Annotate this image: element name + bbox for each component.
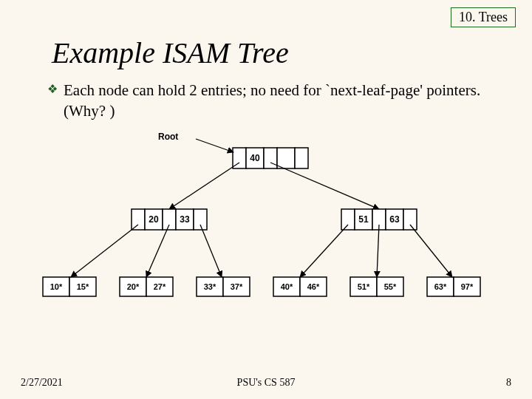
svg-text:33*: 33* (204, 282, 216, 291)
slide-title: Example ISAM Tree (52, 35, 289, 70)
index-left: 20 33 (132, 209, 207, 230)
svg-line-51 (410, 225, 452, 277)
svg-text:40*: 40* (281, 282, 293, 291)
svg-line-46 (71, 225, 138, 277)
svg-rect-8 (132, 209, 145, 230)
root-key-0: 40 (250, 153, 260, 163)
svg-line-49 (300, 225, 348, 277)
svg-text:51*: 51* (358, 282, 370, 291)
footer-page: 8 (506, 377, 511, 389)
svg-text:20*: 20* (127, 282, 140, 291)
svg-rect-19 (403, 209, 417, 230)
svg-line-7 (196, 139, 233, 152)
svg-text:33: 33 (180, 214, 190, 225)
svg-text:46*: 46* (307, 282, 320, 291)
svg-rect-4 (295, 148, 308, 168)
leaf-0: 10* 15* (43, 277, 96, 296)
svg-text:27*: 27* (154, 282, 166, 291)
svg-text:97*: 97* (461, 282, 474, 291)
svg-rect-2 (264, 148, 277, 168)
leaf-3: 40* 46* (273, 277, 327, 296)
chapter-tag: 10. Trees (451, 7, 516, 27)
svg-line-6 (270, 163, 379, 209)
svg-rect-12 (194, 209, 207, 230)
svg-line-47 (146, 225, 169, 277)
svg-text:55*: 55* (384, 282, 397, 291)
svg-text:63: 63 (389, 214, 400, 225)
leaf-5: 63* 97* (427, 277, 480, 296)
leaf-4: 51* 55* (350, 277, 403, 296)
svg-text:20: 20 (149, 214, 159, 225)
svg-line-50 (377, 225, 379, 277)
bullet-item: ❖ Each node can hold 2 entries; no need … (64, 80, 502, 122)
svg-text:37*: 37* (231, 282, 243, 291)
isam-tree-diagram: 40 20 33 51 63 10* 15* 20* 27* (0, 126, 532, 318)
svg-rect-10 (163, 209, 176, 230)
footer-course: PSU's CS 587 (0, 377, 532, 389)
diamond-bullet-icon: ❖ (47, 81, 58, 98)
svg-rect-3 (277, 148, 295, 168)
svg-line-48 (200, 225, 222, 277)
leaf-1: 20* 27* (120, 277, 173, 296)
svg-text:15*: 15* (77, 282, 89, 291)
svg-text:10*: 10* (50, 282, 63, 291)
svg-rect-15 (341, 209, 355, 230)
bullet-text: Each node can hold 2 entries; no need fo… (64, 81, 480, 120)
svg-text:63*: 63* (434, 282, 447, 291)
svg-line-5 (169, 163, 239, 209)
root-node: 40 (233, 148, 308, 168)
leaf-2: 33* 37* (197, 277, 250, 296)
svg-text:51: 51 (358, 214, 369, 225)
